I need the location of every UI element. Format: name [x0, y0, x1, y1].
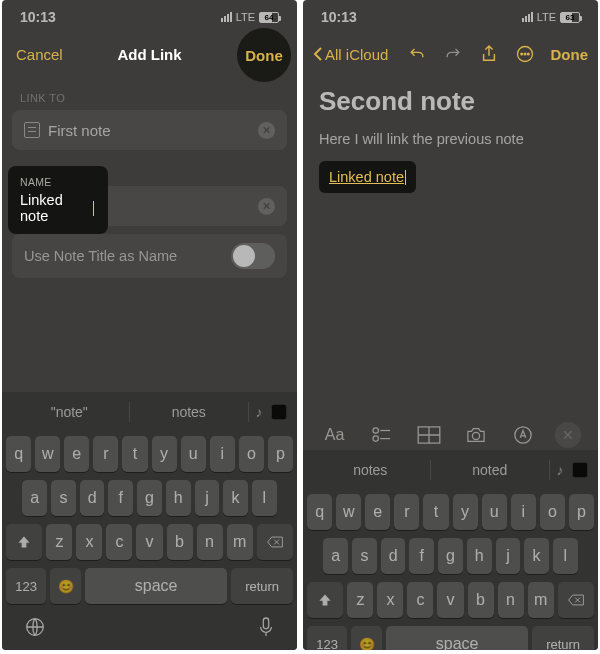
- linked-note-chip[interactable]: Linked note: [319, 161, 416, 193]
- key-z[interactable]: z: [46, 524, 72, 560]
- done-button[interactable]: Done: [551, 46, 589, 63]
- note-body-text[interactable]: Here I will link the previous note: [319, 131, 582, 147]
- prediction-2[interactable]: notes: [130, 404, 249, 420]
- key-h[interactable]: h: [467, 538, 492, 574]
- music-icon[interactable]: ♪: [550, 460, 570, 480]
- key-f[interactable]: f: [409, 538, 434, 574]
- key-m[interactable]: m: [528, 582, 554, 618]
- key-k[interactable]: k: [524, 538, 549, 574]
- sticker-icon[interactable]: [269, 402, 289, 422]
- key-e[interactable]: e: [64, 436, 89, 472]
- status-bar: 10:13 LTE 64: [2, 0, 297, 34]
- key-c[interactable]: c: [106, 524, 132, 560]
- prediction-1[interactable]: "note": [10, 404, 129, 420]
- key-x[interactable]: x: [377, 582, 403, 618]
- space-key[interactable]: space: [85, 568, 227, 604]
- key-p[interactable]: p: [569, 494, 594, 530]
- key-l[interactable]: l: [252, 480, 277, 516]
- clear-icon[interactable]: ✕: [258, 198, 275, 215]
- key-p[interactable]: p: [268, 436, 293, 472]
- key-s[interactable]: s: [51, 480, 76, 516]
- key-q[interactable]: q: [6, 436, 31, 472]
- use-title-toggle-row[interactable]: Use Note Title as Name: [12, 234, 287, 278]
- space-key[interactable]: space: [386, 626, 528, 650]
- key-t[interactable]: t: [423, 494, 448, 530]
- key-d[interactable]: d: [80, 480, 105, 516]
- backspace-key[interactable]: [257, 524, 293, 560]
- checklist-icon[interactable]: [367, 423, 397, 447]
- undo-icon[interactable]: [407, 44, 427, 64]
- sticker-icon[interactable]: [570, 460, 590, 480]
- clear-icon[interactable]: ✕: [258, 122, 275, 139]
- key-v[interactable]: v: [437, 582, 463, 618]
- key-k[interactable]: k: [223, 480, 248, 516]
- key-l[interactable]: l: [553, 538, 578, 574]
- key-g[interactable]: g: [137, 480, 162, 516]
- globe-icon[interactable]: [24, 616, 46, 642]
- key-y[interactable]: y: [453, 494, 478, 530]
- backspace-key[interactable]: [558, 582, 594, 618]
- key-e[interactable]: e: [365, 494, 390, 530]
- share-icon[interactable]: [479, 44, 499, 64]
- key-u[interactable]: u: [181, 436, 206, 472]
- key-i[interactable]: i: [511, 494, 536, 530]
- predictive-bar: notes noted ♪: [303, 450, 598, 490]
- return-key[interactable]: return: [231, 568, 293, 604]
- key-i[interactable]: i: [210, 436, 235, 472]
- key-m[interactable]: m: [227, 524, 253, 560]
- key-y[interactable]: y: [152, 436, 177, 472]
- key-t[interactable]: t: [122, 436, 147, 472]
- key-b[interactable]: b: [167, 524, 193, 560]
- key-x[interactable]: x: [76, 524, 102, 560]
- more-icon[interactable]: [515, 44, 535, 64]
- key-a[interactable]: a: [22, 480, 47, 516]
- name-value[interactable]: Linked note: [20, 192, 92, 224]
- key-j[interactable]: j: [496, 538, 521, 574]
- key-h[interactable]: h: [166, 480, 191, 516]
- done-button[interactable]: Done: [237, 28, 291, 82]
- link-to-field[interactable]: First note ✕: [12, 110, 287, 150]
- music-icon[interactable]: ♪: [249, 402, 269, 422]
- key-n[interactable]: n: [498, 582, 524, 618]
- svg-point-6: [527, 53, 529, 55]
- key-w[interactable]: w: [336, 494, 361, 530]
- key-q[interactable]: q: [307, 494, 332, 530]
- note-title[interactable]: Second note: [319, 86, 582, 117]
- emoji-key[interactable]: 😊: [50, 568, 81, 604]
- prediction-2[interactable]: noted: [431, 462, 550, 478]
- table-icon[interactable]: [414, 423, 444, 447]
- text-format-icon[interactable]: Aa: [320, 423, 350, 447]
- key-u[interactable]: u: [482, 494, 507, 530]
- numbers-key[interactable]: 123: [6, 568, 46, 604]
- mic-icon[interactable]: [257, 616, 275, 642]
- key-b[interactable]: b: [468, 582, 494, 618]
- toggle-switch[interactable]: [231, 243, 275, 269]
- key-d[interactable]: d: [381, 538, 406, 574]
- shift-key[interactable]: [307, 582, 343, 618]
- key-o[interactable]: o: [239, 436, 264, 472]
- key-v[interactable]: v: [136, 524, 162, 560]
- key-row-1: qwertyuiop: [303, 490, 598, 534]
- prediction-1[interactable]: notes: [311, 462, 430, 478]
- key-a[interactable]: a: [323, 538, 348, 574]
- key-c[interactable]: c: [407, 582, 433, 618]
- shift-key[interactable]: [6, 524, 42, 560]
- key-o[interactable]: o: [540, 494, 565, 530]
- close-toolbar-icon[interactable]: ✕: [555, 422, 581, 448]
- key-r[interactable]: r: [93, 436, 118, 472]
- key-r[interactable]: r: [394, 494, 419, 530]
- key-z[interactable]: z: [347, 582, 373, 618]
- key-f[interactable]: f: [108, 480, 133, 516]
- key-s[interactable]: s: [352, 538, 377, 574]
- return-key[interactable]: return: [532, 626, 594, 650]
- svg-point-5: [524, 53, 526, 55]
- key-w[interactable]: w: [35, 436, 60, 472]
- camera-icon[interactable]: [461, 423, 491, 447]
- back-button[interactable]: All iCloud: [313, 46, 388, 63]
- key-j[interactable]: j: [195, 480, 220, 516]
- key-n[interactable]: n: [197, 524, 223, 560]
- markup-icon[interactable]: [508, 423, 538, 447]
- emoji-key[interactable]: 😊: [351, 626, 382, 650]
- numbers-key[interactable]: 123: [307, 626, 347, 650]
- key-g[interactable]: g: [438, 538, 463, 574]
